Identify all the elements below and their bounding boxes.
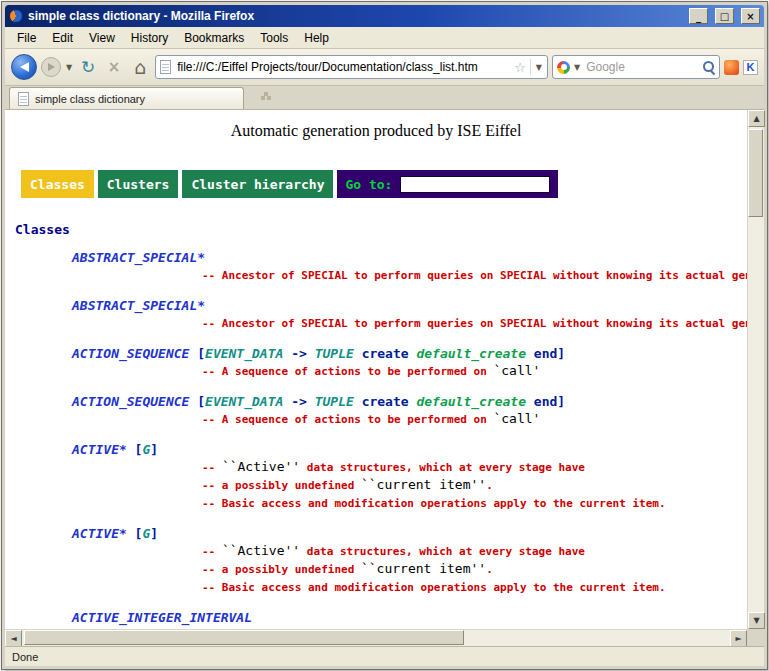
menu-bookmarks[interactable]: Bookmarks [176, 29, 252, 47]
address-dropdown-icon[interactable]: ▼ [535, 63, 543, 72]
tab-stub-icon [261, 96, 265, 100]
keyword-text: create [362, 346, 409, 361]
navigation-toolbar: ▼ ↻ × ⌂ ☆ ▼ ▼ K [5, 49, 764, 86]
comment-text: . [486, 563, 493, 576]
signature-punctuation: [ [189, 346, 205, 361]
class-signature: ABSTRACT_SPECIAL* [5, 249, 747, 266]
search-box[interactable]: ▼ [552, 55, 720, 79]
address-separator [530, 59, 531, 75]
scroll-right-button[interactable]: ► [730, 630, 747, 647]
classes-button[interactable]: Classes [21, 170, 94, 198]
menu-view[interactable]: View [81, 29, 123, 47]
comment-text: -- Basic access and modification operati… [202, 581, 666, 594]
forward-button[interactable] [41, 57, 61, 77]
code-quote: ``Active'' [222, 543, 300, 558]
address-bar[interactable]: ☆ ▼ [155, 55, 548, 79]
code-quote: `call' [493, 411, 540, 426]
comment-text: -- a possibly undefined [202, 479, 361, 492]
generic-parameter: EVENT_DATA [205, 394, 283, 409]
signature-punctuation: [ [127, 526, 143, 541]
vertical-scrollbar[interactable]: ▲ ▼ [747, 110, 764, 646]
maximize-button[interactable]: □ [715, 8, 734, 24]
class-signature: ACTIVE* [G] [5, 525, 747, 542]
keyword-text: end [534, 394, 557, 409]
comment-text: -- [202, 545, 222, 558]
tab-label: simple class dictionary [35, 93, 145, 105]
close-button[interactable]: × [741, 8, 760, 24]
scroll-up-button[interactable]: ▲ [748, 110, 765, 127]
extension-icon[interactable] [724, 60, 739, 75]
tab-simple-class-dictionary[interactable]: simple class dictionary [9, 87, 244, 109]
signature-punctuation [354, 394, 362, 409]
stop-icon[interactable]: × [103, 55, 125, 79]
class-comment: -- Basic access and modification operati… [5, 494, 747, 512]
horizontal-scroll-thumb[interactable] [24, 630, 464, 645]
class-link[interactable]: ACTIVE* [72, 442, 127, 457]
class-link[interactable]: ABSTRACT_SPECIAL* [72, 250, 205, 265]
menu-help[interactable]: Help [296, 29, 337, 47]
class-comment: -- A sequence of actions to be performed… [5, 362, 747, 380]
address-input[interactable] [175, 59, 510, 75]
back-button[interactable] [11, 54, 37, 80]
class-signature: ACTION_SEQUENCE [EVENT_DATA -> TUPLE cre… [5, 345, 747, 362]
firefox-window: simple class dictionary - Mozilla Firefo… [1, 1, 768, 670]
feature-name: default_create [416, 346, 526, 361]
comment-text: data structures, which at every stage ha… [300, 461, 585, 474]
goto-box: Go to: [337, 170, 558, 198]
refresh-icon[interactable]: ↻ [77, 55, 99, 79]
search-input[interactable] [584, 59, 700, 75]
cluster-hierarchy-button[interactable]: Cluster hierarchy [182, 170, 333, 198]
class-link[interactable]: ABSTRACT_SPECIAL* [72, 298, 205, 313]
menu-file[interactable]: File [9, 29, 44, 47]
clusters-button[interactable]: Clusters [98, 170, 179, 198]
vertical-scroll-thumb[interactable] [748, 129, 763, 217]
extension-k-icon[interactable]: K [743, 60, 758, 75]
class-signature: ABSTRACT_SPECIAL* [5, 297, 747, 314]
class-link[interactable]: ACTION_SEQUENCE [72, 394, 189, 409]
history-dropdown-icon[interactable]: ▼ [65, 63, 73, 72]
class-entry: ACTION_SEQUENCE [EVENT_DATA -> TUPLE cre… [5, 393, 747, 428]
search-icon[interactable] [703, 61, 715, 73]
minimize-button[interactable]: _ [689, 8, 708, 24]
class-comment: -- Basic access and modification operati… [5, 578, 747, 596]
class-link[interactable]: ACTION_SEQUENCE [72, 346, 189, 361]
class-entry: ACTIVE* [G]-- ``Active'' data structures… [5, 441, 747, 512]
class-entry: ACTIVE_INTEGER_INTERVAL [5, 609, 747, 626]
comment-text: . [486, 479, 493, 492]
feature-name: default_create [416, 394, 526, 409]
vertical-scroll-track[interactable] [748, 127, 764, 612]
class-link[interactable]: ACTIVE_INTEGER_INTERVAL [72, 610, 252, 625]
class-comment: -- ``Active'' data structures, which at … [5, 458, 747, 476]
comment-text: -- Ancestor of SPECIAL to perform querie… [202, 269, 747, 282]
horizontal-scrollbar[interactable]: ◄ ► [5, 629, 747, 646]
class-link[interactable]: ACTIVE* [72, 526, 127, 541]
class-entry: ACTIVE* [G]-- ``Active'' data structures… [5, 525, 747, 596]
generic-parameter: EVENT_DATA [205, 346, 283, 361]
bookmark-star-icon[interactable]: ☆ [514, 60, 526, 75]
goto-input[interactable] [400, 176, 550, 193]
generic-parameter: TUPLE [315, 346, 354, 361]
class-entry: ACTION_SEQUENCE [EVENT_DATA -> TUPLE cre… [5, 345, 747, 380]
code-quote: ``current item'' [361, 477, 486, 492]
horizontal-scroll-track[interactable] [22, 630, 730, 646]
comment-text: data structures, which at every stage ha… [300, 545, 585, 558]
search-engine-dropdown-icon[interactable]: ▼ [573, 63, 581, 72]
menu-history[interactable]: History [123, 29, 176, 47]
section-title-classes: Classes [15, 222, 747, 237]
google-icon [557, 61, 570, 74]
page-title: Automatic generation produced by ISE Eif… [5, 122, 747, 140]
code-quote: `call' [493, 363, 540, 378]
class-list: ABSTRACT_SPECIAL*-- Ancestor of SPECIAL … [5, 249, 747, 626]
browser-area: Automatic generation produced by ISE Eif… [5, 110, 764, 646]
menu-edit[interactable]: Edit [44, 29, 81, 47]
home-icon[interactable]: ⌂ [129, 55, 151, 79]
scroll-down-button[interactable]: ▼ [748, 612, 765, 629]
titlebar: simple class dictionary - Mozilla Firefo… [5, 5, 764, 27]
scroll-left-button[interactable]: ◄ [5, 630, 22, 647]
code-quote: ``current item'' [361, 561, 486, 576]
new-tab-button[interactable] [250, 89, 276, 107]
signature-punctuation [526, 346, 534, 361]
signature-punctuation: ] [150, 526, 158, 541]
window-title: simple class dictionary - Mozilla Firefo… [28, 9, 682, 23]
menu-tools[interactable]: Tools [252, 29, 296, 47]
